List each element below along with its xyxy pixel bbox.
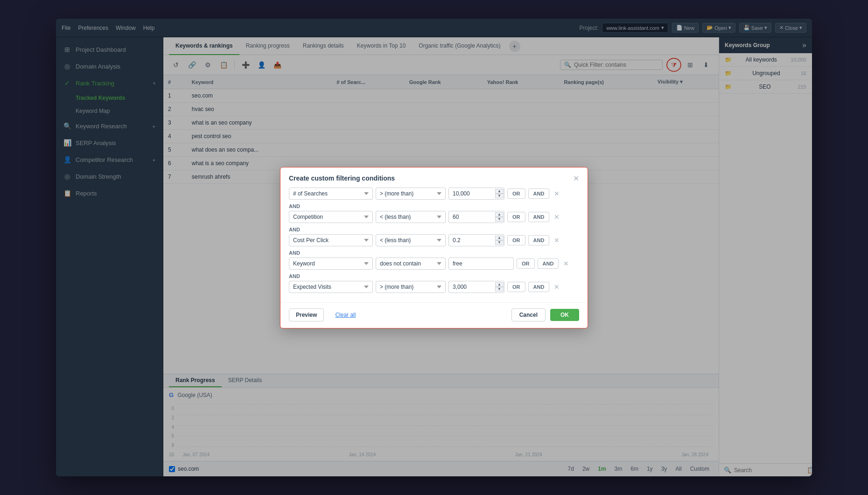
num-arrows-cost-click: ▲ ▼ [495,236,504,245]
modal-overlay: Create custom filtering conditions ✕ # o… [56,19,812,476]
num-arrows-competition: ▲ ▼ [495,212,504,222]
filter-operator-keyword[interactable]: does not contain [376,258,446,270]
modal-title: Create custom filtering conditions [289,174,395,182]
filter-value-keyword[interactable] [448,258,514,270]
num-up-expected-visits[interactable]: ▲ [495,282,504,287]
delete-searches[interactable]: ✕ [552,189,561,198]
app-window: File Preferences Window Help Project: ww… [56,19,812,476]
num-arrows-expected-visits: ▲ ▼ [495,282,504,292]
filter-field-expected-visits[interactable]: Expected Visits [289,281,373,293]
filter-operator-expected-visits[interactable]: > (more than) [376,281,446,293]
clear-all-button[interactable]: Clear all [329,309,362,321]
delete-keyword[interactable]: ✕ [561,259,571,268]
modal-footer: Preview Clear all Cancel OK [280,304,588,328]
modal-body: # of Searches > (more than) ▲ ▼ OR AND [280,188,588,301]
filter-value-searches-wrap: ▲ ▼ [448,188,504,200]
filter-row-cost-click: Cost Per Click < (less than) ▲ ▼ OR AND [289,234,579,246]
filter-field-competition[interactable]: Competition [289,211,373,223]
and-button-cost-click[interactable]: AND [528,235,550,245]
filter-operator-cost-click[interactable]: < (less than) [376,234,446,246]
filter-conditions-modal: Create custom filtering conditions ✕ # o… [280,167,588,328]
or-button-keyword[interactable]: OR [517,258,535,269]
filter-field-searches[interactable]: # of Searches [289,188,373,200]
or-button-searches[interactable]: OR [507,188,525,199]
num-down-expected-visits[interactable]: ▼ [495,287,504,292]
filter-field-keyword[interactable]: Keyword [289,258,373,270]
filter-operator-searches[interactable]: > (more than) [376,188,446,200]
num-arrows-searches: ▲ ▼ [495,189,504,198]
num-down-cost-click[interactable]: ▼ [495,240,504,245]
delete-competition[interactable]: ✕ [552,212,561,222]
and-connector-2: AND [289,225,579,234]
and-button-expected-visits[interactable]: AND [528,282,550,292]
or-button-expected-visits[interactable]: OR [507,282,525,292]
filter-row-keyword: Keyword does not contain OR AND ✕ [289,258,579,270]
and-button-searches[interactable]: AND [528,188,550,199]
filter-value-cost-click-wrap: ▲ ▼ [448,234,504,246]
num-up-searches[interactable]: ▲ [495,189,504,194]
and-button-keyword[interactable]: AND [538,258,559,269]
filter-row-searches: # of Searches > (more than) ▲ ▼ OR AND [289,188,579,200]
preview-button[interactable]: Preview [289,308,324,321]
cancel-button[interactable]: Cancel [511,308,546,321]
and-connector-4: AND [289,272,579,281]
and-connector-3: AND [289,248,579,258]
filter-value-expected-visits-wrap: ▲ ▼ [448,281,504,293]
and-button-competition[interactable]: AND [528,212,550,222]
filter-row-competition: Competition < (less than) ▲ ▼ OR AND [289,211,579,223]
num-up-competition[interactable]: ▲ [495,212,504,217]
or-button-competition[interactable]: OR [507,212,525,222]
modal-divider [280,302,588,303]
filter-field-cost-click[interactable]: Cost Per Click [289,234,373,246]
filter-row-expected-visits: Expected Visits > (more than) ▲ ▼ OR AND [289,281,579,293]
ok-button[interactable]: OK [550,309,579,321]
delete-expected-visits[interactable]: ✕ [552,282,561,292]
modal-header: Create custom filtering conditions ✕ [280,167,588,188]
filter-operator-competition[interactable]: < (less than) [376,211,446,223]
or-button-cost-click[interactable]: OR [507,235,525,245]
and-connector-1: AND [289,202,579,211]
num-down-searches[interactable]: ▼ [495,194,504,198]
filter-value-competition-wrap: ▲ ▼ [448,211,504,223]
modal-close-button[interactable]: ✕ [573,174,579,183]
num-up-cost-click[interactable]: ▲ [495,236,504,240]
delete-cost-click[interactable]: ✕ [552,236,561,245]
num-down-competition[interactable]: ▼ [495,217,504,222]
